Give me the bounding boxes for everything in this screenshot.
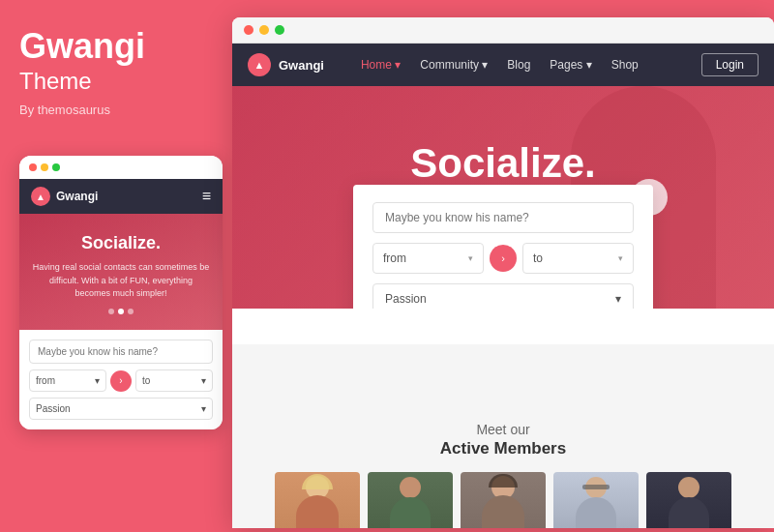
brand-title: Gwangi [19, 29, 213, 64]
member-avatar-1 [275, 472, 360, 528]
mobile-top-bar [19, 156, 223, 179]
members-bold: Active Members [440, 439, 566, 458]
member-avatar-3 [461, 472, 546, 528]
nav-link-home[interactable]: Home ▾ [361, 58, 401, 72]
search-form-card: from ▾ › to ▾ Passion ▾ SUBMIT [353, 185, 653, 309]
left-panel: Gwangi Theme By themosaurus ▲ Gwangi ≡ S… [0, 0, 232, 532]
mobile-logo-icon: ▲ [31, 187, 50, 206]
login-button[interactable]: Login [701, 53, 759, 76]
desktop-arrow-btn[interactable]: › [490, 245, 517, 272]
desktop-dot-yellow [259, 25, 269, 35]
brand-by: By themosaurus [19, 103, 213, 117]
mobile-arrow-btn[interactable]: › [110, 370, 132, 392]
member-avatar-5 [646, 472, 731, 528]
mobile-hero-text: Having real social contacts can sometime… [31, 261, 211, 301]
mobile-nav-logo: ▲ Gwangi [31, 187, 98, 206]
nav-link-pages[interactable]: Pages ▾ [550, 58, 591, 72]
desktop-from-chevron: ▾ [468, 253, 473, 263]
mobile-to-chevron: ▾ [201, 375, 206, 386]
mobile-window-dots [29, 163, 60, 171]
desktop-hero: Socialize. Having real social contacts c… [232, 86, 774, 309]
desktop-passion-select[interactable]: Passion ▾ [372, 283, 634, 309]
desktop-to-select[interactable]: to ▾ [522, 243, 634, 274]
mobile-passion-select[interactable]: Passion ▾ [29, 398, 213, 420]
desktop-from-select[interactable]: from ▾ [372, 243, 484, 274]
hero-dot-3 [128, 309, 134, 314]
desktop-to-chevron: ▾ [618, 253, 623, 263]
mobile-form-area: from ▾ › to ▾ Passion ▾ [19, 330, 223, 429]
mobile-nav: ▲ Gwangi ≡ [19, 179, 223, 214]
mobile-dot-green [52, 163, 60, 171]
mobile-dot-yellow [41, 163, 48, 171]
desktop-age-row: from ▾ › to ▾ [372, 243, 634, 274]
desktop-from-label: from [383, 251, 406, 265]
desktop-nav-links: Home ▾ Community ▾ Blog Pages ▾ Shop [361, 58, 639, 72]
mobile-dot-red [29, 163, 37, 171]
mobile-to-select[interactable]: to ▾ [135, 369, 213, 392]
members-avatars [275, 472, 731, 528]
nav-link-blog[interactable]: Blog [507, 58, 530, 72]
desktop-nav-logo-text: Gwangi [279, 58, 324, 73]
nav-link-community[interactable]: Community ▾ [420, 58, 488, 72]
desktop-mockup: ▲ Gwangi Home ▾ Community ▾ Blog Pages ▾… [232, 17, 774, 528]
desktop-logo-icon: ▲ [248, 53, 271, 76]
members-section: Meet our Active Members [232, 344, 774, 528]
mobile-hero-heading: Socialize. [31, 233, 211, 253]
mobile-mockup: ▲ Gwangi ≡ Socialize. Having real social… [19, 156, 223, 429]
nav-link-shop[interactable]: Shop [611, 58, 639, 72]
mobile-to-label: to [142, 375, 150, 386]
mobile-age-row: from ▾ › to ▾ [29, 369, 213, 392]
desktop-passion-chevron: ▾ [615, 292, 621, 306]
desktop-top-bar [232, 17, 774, 44]
mobile-name-input[interactable] [29, 340, 213, 364]
desktop-nav: ▲ Gwangi Home ▾ Community ▾ Blog Pages ▾… [232, 44, 774, 86]
desktop-dot-green [275, 25, 284, 35]
desktop-nav-left: ▲ Gwangi Home ▾ Community ▾ Blog Pages ▾… [248, 53, 639, 76]
mobile-from-label: from [36, 375, 55, 386]
desktop-dot-red [244, 25, 253, 35]
mobile-hero-content: Socialize. Having real social contacts c… [31, 233, 211, 301]
mobile-hero-dots [31, 309, 211, 314]
hero-dot-1 [108, 309, 114, 314]
member-avatar-2 [368, 472, 453, 528]
desktop-passion-label: Passion [385, 292, 427, 306]
member-avatar-4 [553, 472, 639, 528]
mobile-hero: Socialize. Having real social contacts c… [19, 214, 223, 330]
members-title: Meet our [476, 422, 529, 437]
brand-subtitle: Theme [19, 68, 213, 95]
hero-dot-2 [118, 309, 124, 314]
desktop-to-label: to [533, 251, 543, 265]
hamburger-icon[interactable]: ≡ [202, 188, 211, 205]
mobile-passion-chevron: ▾ [201, 403, 206, 414]
mobile-from-select[interactable]: from ▾ [29, 369, 106, 392]
mobile-from-chevron: ▾ [95, 375, 100, 386]
desktop-hero-heading: Socialize. [364, 140, 641, 187]
mobile-nav-logo-text: Gwangi [56, 190, 98, 203]
mobile-passion-label: Passion [36, 403, 71, 414]
desktop-name-input[interactable] [372, 202, 634, 233]
